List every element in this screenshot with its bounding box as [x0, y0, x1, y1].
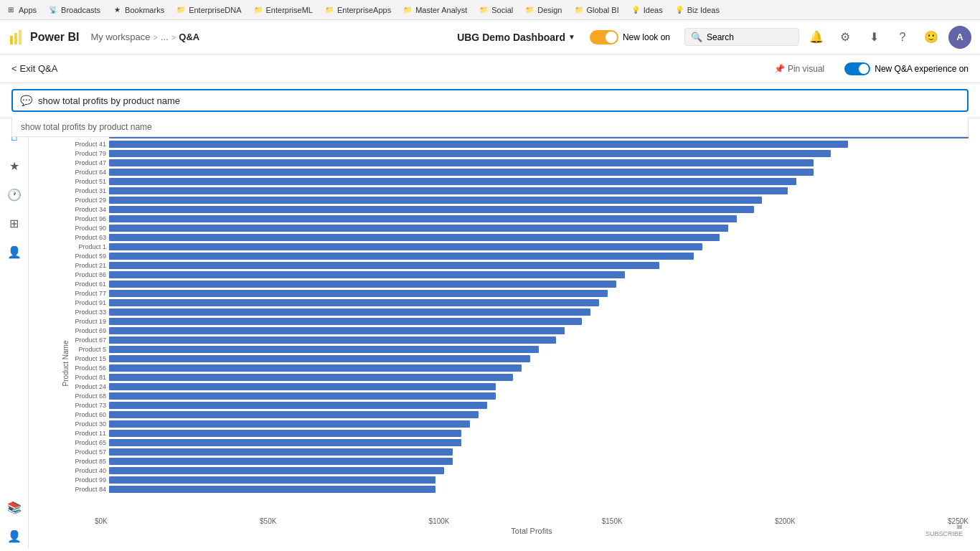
browser-design[interactable]: 📁 Design — [524, 5, 562, 15]
bar-fill[interactable] — [109, 225, 728, 232]
browser-broadcasts[interactable]: 📡 Broadcasts — [48, 5, 100, 15]
feedback-icon[interactable]: 🙂 — [920, 26, 943, 49]
sidebar-item-favorites[interactable]: ★ — [1, 153, 27, 179]
bar-fill[interactable] — [109, 364, 522, 372]
table-row: Product 11 — [55, 428, 969, 438]
breadcrumb: My workspace > ... > Q&A — [90, 32, 199, 42]
bar-fill[interactable] — [109, 392, 496, 400]
browser-bizideas[interactable]: 💡 Biz Ideas — [674, 5, 720, 15]
search-input[interactable] — [707, 32, 793, 42]
qna-input[interactable] — [38, 95, 960, 106]
bar-label: Product 61 — [55, 281, 106, 288]
table-row: Product 29 — [55, 195, 969, 204]
table-row: Product 57 — [55, 447, 969, 456]
bar-fill[interactable] — [109, 290, 608, 297]
table-row: Product 1 — [55, 242, 969, 251]
notifications-icon[interactable]: 🔔 — [805, 26, 828, 49]
bar-fill[interactable] — [109, 215, 737, 222]
global-search-box[interactable]: 🔍 — [684, 28, 799, 46]
bar-fill[interactable] — [109, 299, 599, 306]
bar-fill[interactable] — [109, 476, 435, 484]
table-row: Product 59 — [55, 251, 969, 260]
bar-fill[interactable] — [109, 327, 565, 334]
bar-fill[interactable] — [109, 271, 625, 278]
bar-fill[interactable] — [109, 346, 539, 353]
bar-fill[interactable] — [109, 253, 694, 260]
sidebar-item-apps[interactable]: ⊞ — [1, 210, 27, 236]
bar-track — [109, 243, 969, 250]
browser-masteranalyst[interactable]: 📁 Master Analyst — [402, 5, 467, 15]
bar-fill[interactable] — [109, 439, 461, 446]
bar-fill[interactable] — [109, 336, 556, 344]
bar-fill[interactable] — [109, 420, 470, 428]
bizideas-icon: 💡 — [674, 5, 684, 15]
bar-track — [109, 159, 969, 166]
sidebar-item-user[interactable]: 👤 — [1, 523, 27, 549]
bar-fill[interactable] — [109, 234, 720, 241]
dashboard-title[interactable]: UBG Demo Dashboard ▼ — [457, 32, 575, 43]
bar-fill[interactable] — [109, 355, 530, 362]
bar-label: Product 29 — [55, 197, 106, 204]
broadcasts-icon: 📡 — [48, 5, 58, 15]
x-axis-tick: $0K — [95, 517, 108, 525]
bar-track — [109, 486, 969, 493]
ideas-icon: 💡 — [631, 5, 641, 15]
browser-globalbi[interactable]: 📁 Global BI — [574, 5, 619, 15]
bar-label: Product 11 — [55, 430, 106, 437]
folder-icon-4: 📁 — [402, 5, 413, 15]
bar-fill[interactable] — [109, 486, 435, 493]
browser-enterprisedna[interactable]: 📁 EnterpriseDNA — [176, 5, 241, 15]
breadcrumb-ellipsis[interactable]: ... — [161, 32, 169, 42]
avatar[interactable]: A — [948, 26, 971, 49]
bar-label: Product 84 — [55, 486, 106, 493]
new-look-toggle[interactable] — [590, 30, 618, 44]
browser-apps[interactable]: ⊞ Apps — [6, 5, 37, 15]
x-axis-tick: $50K — [260, 517, 276, 525]
bar-fill[interactable] — [109, 141, 848, 148]
breadcrumb-sep2: > — [171, 33, 176, 42]
bar-fill[interactable] — [109, 150, 831, 157]
bar-fill[interactable] — [109, 206, 754, 213]
qna-suggestion[interactable]: show total profits by product name — [11, 118, 969, 137]
bar-fill[interactable] — [109, 458, 453, 465]
bar-fill[interactable] — [109, 467, 444, 474]
qna-experience-toggle[interactable] — [844, 62, 870, 75]
sidebar-item-shared[interactable]: 👤 — [1, 239, 27, 265]
bar-fill[interactable] — [109, 159, 814, 166]
pbi-logo: Power BI — [9, 29, 79, 46]
bar-fill[interactable] — [109, 169, 814, 176]
bar-fill[interactable] — [109, 281, 616, 288]
bar-track — [109, 430, 969, 437]
pin-visual-button[interactable]: 📌 Pin visual — [774, 64, 824, 74]
breadcrumb-workspace[interactable]: My workspace — [90, 32, 150, 42]
bar-fill[interactable] — [109, 430, 461, 437]
bar-fill[interactable] — [109, 243, 702, 250]
ideas-label: Ideas — [644, 6, 663, 14]
browser-ideas[interactable]: 💡 Ideas — [631, 5, 663, 15]
browser-enterpriseml[interactable]: 📁 EnterpriseML — [253, 5, 313, 15]
bar-fill[interactable] — [109, 383, 496, 390]
bar-fill[interactable] — [109, 318, 582, 325]
bar-fill[interactable] — [109, 197, 762, 204]
folder-icon-3: 📁 — [324, 5, 334, 15]
bar-fill[interactable] — [109, 187, 788, 194]
help-icon[interactable]: ? — [891, 26, 914, 49]
table-row: Product 31 — [55, 186, 969, 195]
sidebar-item-recent[interactable]: 🕐 — [1, 182, 27, 207]
sidebar-item-learn[interactable]: 📚 — [1, 494, 27, 520]
bar-fill[interactable] — [109, 448, 453, 456]
browser-enterpriseapps[interactable]: 📁 EnterpriseApps — [324, 5, 391, 15]
exit-qna-button[interactable]: < Exit Q&A — [11, 63, 57, 74]
download-icon[interactable]: ⬇ — [862, 26, 885, 49]
bar-track — [109, 309, 969, 316]
bar-fill[interactable] — [109, 262, 659, 269]
bar-fill[interactable] — [109, 309, 590, 316]
browser-social[interactable]: 📁 Social — [479, 5, 513, 15]
bar-fill[interactable] — [109, 411, 479, 418]
bar-fill[interactable] — [109, 178, 796, 185]
settings-icon[interactable]: ⚙ — [834, 26, 857, 49]
bar-fill[interactable] — [109, 374, 513, 381]
table-row: Product 60 — [55, 410, 969, 419]
bar-fill[interactable] — [109, 402, 487, 409]
browser-bookmarks[interactable]: ★ Bookmarks — [112, 5, 164, 15]
